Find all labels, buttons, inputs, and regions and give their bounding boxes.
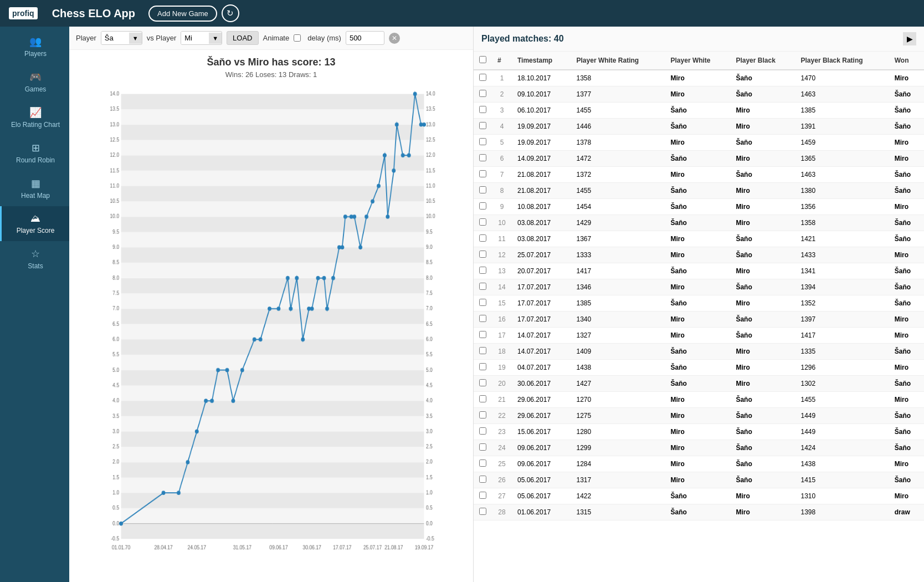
row-checkbox[interactable] (479, 154, 486, 161)
row-check[interactable] (474, 231, 492, 247)
row-check[interactable] (474, 360, 492, 376)
row-num: 28 (492, 504, 512, 520)
row-checkbox[interactable] (479, 315, 486, 322)
row-checkbox[interactable] (479, 492, 486, 499)
load-button[interactable]: LOAD (227, 31, 258, 45)
row-check[interactable] (474, 392, 492, 408)
row-black-rating: 1438 (795, 456, 889, 472)
row-check[interactable] (474, 215, 492, 231)
row-check[interactable] (474, 263, 492, 279)
row-check[interactable] (474, 70, 492, 86)
row-black: Šaňo (730, 408, 795, 424)
sidebar-item-games[interactable]: 🎮 Games (0, 64, 69, 100)
row-check[interactable] (474, 167, 492, 183)
row-checkbox[interactable] (479, 460, 486, 467)
row-checkbox[interactable] (479, 74, 486, 81)
row-check[interactable] (474, 376, 492, 392)
table-row: 22 29.06.2017 1275 Miro Šaňo 1449 Šaňo (474, 408, 924, 424)
row-black: Šaňo (730, 424, 795, 440)
row-white: Šaňo (665, 215, 731, 231)
row-check[interactable] (474, 247, 492, 263)
row-date: 14.07.2017 (512, 344, 571, 360)
row-check[interactable] (474, 328, 492, 344)
row-check[interactable] (474, 151, 492, 167)
row-checkbox[interactable] (479, 363, 486, 370)
row-checkbox[interactable] (479, 283, 486, 290)
row-checkbox[interactable] (479, 267, 486, 274)
row-check[interactable] (474, 103, 492, 119)
row-checkbox[interactable] (479, 122, 486, 129)
th-white: Player White (665, 52, 731, 70)
row-black: Šaňo (730, 231, 795, 247)
row-checkbox[interactable] (479, 379, 486, 386)
row-checkbox[interactable] (479, 234, 486, 242)
vs-player-dropdown-btn[interactable]: ▼ (209, 33, 222, 44)
add-game-button[interactable]: Add New Game (148, 6, 217, 22)
player-input[interactable] (101, 32, 129, 44)
row-checkbox[interactable] (479, 202, 486, 210)
table-row: 20 30.06.2017 1427 Šaňo Miro 1302 Šaňo (474, 376, 924, 392)
row-checkbox[interactable] (479, 218, 486, 226)
vs-player-input[interactable] (181, 32, 209, 44)
row-checkbox[interactable] (479, 508, 486, 515)
row-white: Šaňo (665, 376, 731, 392)
sidebar-item-players[interactable]: 👥 Players (0, 29, 69, 64)
row-check[interactable] (474, 312, 492, 328)
row-checkbox[interactable] (479, 347, 486, 354)
row-num: 5 (492, 135, 512, 151)
row-check[interactable] (474, 199, 492, 215)
row-check[interactable] (474, 408, 492, 424)
row-checkbox[interactable] (479, 476, 486, 483)
row-white-rating: 1454 (571, 199, 665, 215)
row-check[interactable] (474, 440, 492, 456)
row-check[interactable] (474, 86, 492, 103)
row-check[interactable] (474, 456, 492, 472)
table-row: 4 19.09.2017 1446 Šaňo Miro 1391 Šaňo (474, 119, 924, 135)
row-won: Šaňo (889, 408, 924, 424)
row-check[interactable] (474, 424, 492, 440)
refresh-button[interactable]: ↻ (222, 4, 239, 22)
table-row: 16 17.07.2017 1340 Miro Šaňo 1397 Miro (474, 312, 924, 328)
sidebar-item-player-score[interactable]: ⛰ Player Score (0, 206, 69, 241)
row-black: Šaňo (730, 86, 795, 103)
matches-table-wrap[interactable]: # Timestamp Player White Rating Player W… (474, 52, 924, 582)
sidebar-item-heat-map[interactable]: ▦ Heat Map (0, 171, 69, 206)
row-check[interactable] (474, 504, 492, 520)
collapse-button[interactable]: ▶ (903, 32, 916, 45)
row-checkbox[interactable] (479, 138, 486, 145)
row-check[interactable] (474, 295, 492, 312)
row-date: 03.08.2017 (512, 215, 571, 231)
row-check[interactable] (474, 344, 492, 360)
row-checkbox[interactable] (479, 251, 486, 258)
row-checkbox[interactable] (479, 299, 486, 306)
row-check[interactable] (474, 488, 492, 504)
row-checkbox[interactable] (479, 395, 486, 402)
row-check[interactable] (474, 472, 492, 488)
row-check[interactable] (474, 119, 492, 135)
row-won: Šaňo (889, 167, 924, 183)
table-row: 12 25.07.2017 1333 Miro Šaňo 1433 Miro (474, 247, 924, 263)
row-checkbox[interactable] (479, 186, 486, 193)
row-check[interactable] (474, 279, 492, 295)
delay-input[interactable] (346, 31, 384, 45)
sidebar-item-elo-rating[interactable]: 📈 Elo Rating Chart (0, 100, 69, 135)
row-checkbox[interactable] (479, 411, 486, 418)
row-black-rating: 1296 (795, 360, 889, 376)
row-checkbox[interactable] (479, 443, 486, 451)
row-check[interactable] (474, 183, 492, 199)
row-checkbox[interactable] (479, 170, 486, 177)
table-header-row: Played matches: 40 ▶ (474, 27, 924, 52)
player-dropdown-btn[interactable]: ▼ (129, 33, 142, 44)
row-checkbox[interactable] (479, 106, 486, 113)
animate-checkbox[interactable] (294, 34, 301, 42)
row-checkbox[interactable] (479, 331, 486, 338)
row-won: Šaňo (889, 279, 924, 295)
select-all-checkbox[interactable] (479, 56, 486, 63)
animate-label: Animate (263, 34, 290, 42)
sidebar-item-stats[interactable]: ☆ Stats (0, 241, 69, 277)
row-checkbox[interactable] (479, 427, 486, 435)
sidebar-item-round-robin[interactable]: ⊞ Round Robin (0, 135, 69, 171)
row-checkbox[interactable] (479, 90, 486, 97)
delay-clear-button[interactable]: ✕ (389, 33, 400, 44)
row-check[interactable] (474, 135, 492, 151)
